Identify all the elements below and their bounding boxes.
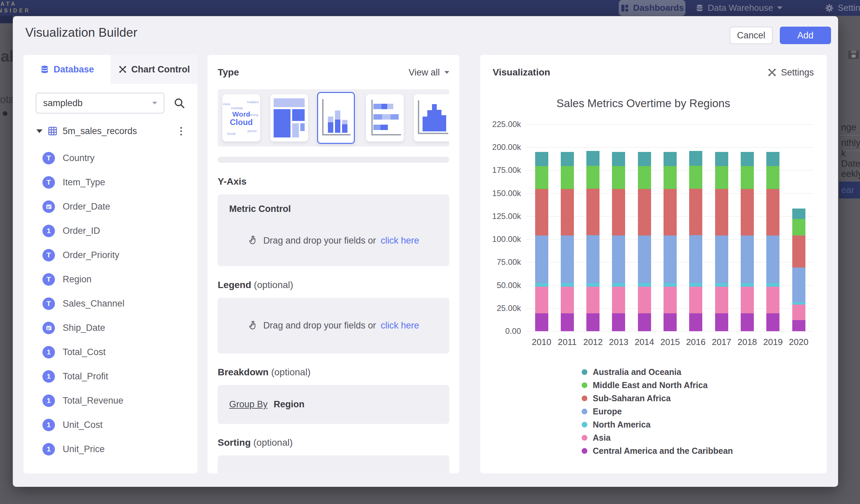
x-axis-tick-label: 2010 (532, 337, 551, 347)
field-item-unit_cost[interactable]: 1Unit_Cost (24, 413, 198, 437)
chart-type-treemap[interactable] (270, 94, 308, 142)
table-icon (47, 126, 58, 136)
field-label: Country (63, 153, 95, 163)
nav-dashboards[interactable]: Dashboards (619, 0, 685, 16)
field-item-total_cost[interactable]: 1Total_Cost (24, 340, 198, 364)
stacked-bar-2016 (689, 151, 702, 331)
number-type-icon: 1 (42, 346, 55, 358)
type-strip-scrollbar[interactable] (218, 157, 449, 163)
legend-item[interactable]: Asia (582, 431, 733, 444)
stacked-bar-2015 (663, 152, 677, 331)
group-by-value: Region (274, 399, 305, 410)
database-select[interactable]: sampledb (36, 93, 164, 114)
tab-chart-control[interactable]: Chart Control (111, 55, 198, 84)
bar-segment (715, 235, 728, 283)
y-axis-tick-label: 100.00k (481, 234, 521, 244)
field-label: Order_ID (63, 226, 100, 236)
legend-item[interactable]: Europe (582, 405, 733, 418)
kebab-menu-icon[interactable] (177, 126, 185, 137)
word-cloud-word: Parsing (248, 113, 258, 117)
nav-settings[interactable]: Settings (825, 0, 860, 16)
bar-segment (586, 166, 600, 189)
field-item-ship_date[interactable]: Ship_Date (24, 316, 198, 340)
legend-item[interactable]: Sub-Saharan Africa (582, 392, 733, 405)
legend-heading-label: Legend (218, 279, 252, 290)
sorting-heading: Sorting (optional) (218, 437, 449, 448)
field-item-sales_channel[interactable]: TSales_Channel (24, 291, 198, 316)
sorting-dropzone[interactable]: Data Range Ascending (218, 456, 449, 473)
field-item-order_date[interactable]: Order_Date (24, 195, 198, 219)
bar-segment (715, 152, 728, 166)
y-axis-tick-label: 125.00k (481, 212, 521, 221)
click-here-link[interactable]: click here (381, 235, 419, 246)
bar-segment (792, 208, 805, 219)
metric-control-dropzone[interactable]: Metric Control Drag and drop your fields… (218, 195, 449, 266)
add-button[interactable]: Add (780, 27, 831, 44)
bar-segment (792, 320, 805, 331)
legend-dot (582, 409, 587, 414)
table-tree-item[interactable]: 5m_sales_records (24, 124, 198, 138)
chart-type-horizontal-stacked-bar[interactable] (366, 94, 404, 142)
bar-segment (741, 189, 754, 235)
x-axis-tick-label: 2014 (634, 337, 654, 347)
legend-item[interactable]: Central America and the Caribbean (582, 444, 733, 458)
view-all-dropdown[interactable]: View all (408, 67, 449, 78)
bar-segment (586, 283, 600, 287)
bar-segment (535, 287, 548, 313)
bar-segment (535, 189, 548, 235)
left-panel-tabs: Database Chart Control (24, 55, 198, 84)
click-here-link[interactable]: click here (381, 320, 419, 331)
save-icon[interactable] (848, 51, 859, 59)
word-cloud-word: Social (227, 132, 235, 135)
date-type-icon (42, 200, 55, 213)
tab-database[interactable]: Database (24, 55, 111, 84)
field-item-country[interactable]: TCountry (24, 146, 198, 170)
y-axis-tick-label: 0.00 (481, 327, 521, 336)
x-axis-tick-label: 2017 (712, 337, 731, 347)
text-type-icon: T (42, 176, 55, 189)
field-item-total_profit[interactable]: 1Total_Profit (24, 364, 198, 388)
dimmed-menu-item[interactable]: ear (839, 182, 860, 199)
tools-icon (118, 65, 127, 74)
legend-label: Sub-Saharan Africa (593, 393, 671, 403)
y-axis-tick-label: 25.00k (481, 304, 521, 313)
field-item-unit_price[interactable]: 1Unit_Price (24, 437, 198, 461)
dimmed-menu-item[interactable]: k Date (839, 150, 860, 166)
bar-segment (715, 313, 728, 331)
legend-item[interactable]: Australia and Oceania (582, 365, 733, 379)
legend-item[interactable]: Middle East and North Africa (582, 379, 733, 392)
bar-segment (586, 287, 600, 313)
sorting-heading-label: Sorting (218, 437, 251, 448)
chart-type-word-cloud[interactable]: iness Analytics KeyData Word Cloud Parsi… (223, 94, 260, 142)
field-item-order_id[interactable]: 1Order_ID (24, 219, 198, 243)
app-logo[interactable]: DATA INSIDER (0, 1, 31, 14)
search-icon[interactable] (173, 97, 185, 109)
field-item-total_revenue[interactable]: 1Total_Revenue (24, 388, 198, 413)
group-by-link[interactable]: Group By (229, 399, 268, 410)
logo-line-1: DATA (0, 1, 31, 8)
dimmed-page-bullet (3, 111, 8, 116)
word-cloud-word: Analytics (247, 100, 259, 104)
dimmed-menu-item[interactable]: nge (839, 119, 860, 135)
nav-data-warehouse-label: Data Warehouse (708, 3, 773, 13)
legend-dropzone[interactable]: Drag and drop your fields or click here (218, 298, 449, 354)
gear-icon (825, 4, 834, 13)
chart-type-stacked-column-selected[interactable] (317, 92, 355, 144)
bar-segment (586, 313, 600, 331)
nav-data-warehouse[interactable]: Data Warehouse (696, 0, 783, 16)
cancel-button[interactable]: Cancel (730, 27, 773, 44)
field-label: Order_Date (63, 201, 110, 212)
legend-item[interactable]: North America (582, 418, 733, 431)
bar-segment (638, 283, 651, 287)
field-item-region[interactable]: TRegion (24, 267, 198, 291)
field-item-order_priority[interactable]: TOrder_Priority (24, 243, 198, 267)
nav-settings-label: Settings (838, 3, 860, 13)
breakdown-dropzone[interactable]: Group By Region (218, 385, 449, 424)
field-item-item_type[interactable]: TItem_Type (24, 170, 198, 195)
chart-type-column[interactable] (414, 94, 449, 142)
dimmed-dropdown-menu: ngenthlyk Dateeeklyear (839, 119, 860, 199)
bar-segment (561, 189, 574, 235)
metric-control-title: Metric Control (229, 204, 438, 214)
caret-down-icon[interactable] (37, 129, 42, 133)
chart-settings-button[interactable]: Settings (767, 67, 814, 78)
